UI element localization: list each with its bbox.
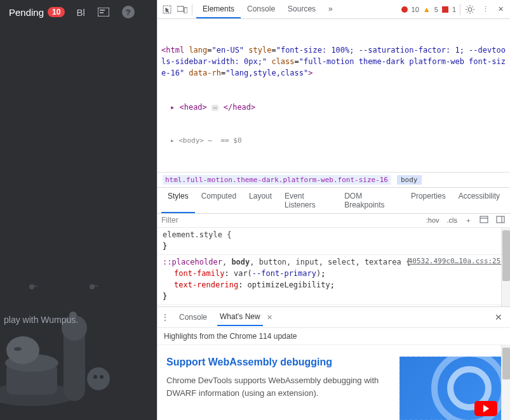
hov-toggle[interactable]: :hov	[425, 216, 441, 224]
styles-rules[interactable]: element.style { } 40532.499c0…10a.css:25…	[158, 228, 510, 307]
svg-point-19	[468, 8, 472, 11]
new-dm-icon[interactable]	[97, 5, 111, 19]
tab-layout[interactable]: Layout	[243, 188, 278, 213]
warning-icon: ▲	[423, 5, 431, 14]
tab-dom-breakpoints[interactable]: DOM Breakpoints	[338, 188, 405, 213]
tabs-overflow[interactable]: »	[322, 1, 339, 18]
tab-styles[interactable]: Styles	[161, 188, 195, 213]
rule-selector: element.style {	[163, 229, 505, 240]
main-tabs: Elements Console Sources »	[196, 1, 339, 18]
close-devtools-icon[interactable]: ✕	[495, 4, 506, 15]
styles-filter-input[interactable]: Filter	[161, 216, 420, 225]
kebab-icon[interactable]: ⋮	[480, 4, 491, 15]
warning-count[interactable]: 5	[434, 6, 438, 13]
rule-close: }	[163, 291, 505, 302]
tab-sources[interactable]: Sources	[281, 1, 322, 18]
dom-tree[interactable]: <html lang="en-US" style="font-size: 100…	[158, 19, 510, 173]
drawer-kebab-icon[interactable]: ⋮	[161, 313, 169, 322]
svg-line-27	[473, 6, 474, 8]
discord-header: Pending 10 Bl ?	[0, 0, 157, 24]
svg-line-26	[467, 11, 468, 13]
scroll-thumb[interactable]	[502, 230, 510, 281]
body-node-hint[interactable]: ▸ <body> ⋯ == $0	[161, 136, 506, 147]
svg-point-6	[6, 336, 39, 364]
gear-icon[interactable]	[464, 4, 476, 15]
rule-placeholder[interactable]: 40532.499c0…10a.css:250 ::placeholder, b…	[158, 255, 510, 305]
article-body: Chrome DevTools supports WebAssembly deb…	[166, 374, 391, 399]
close-drawer-icon[interactable]: ✕	[491, 311, 506, 324]
styles-scrollbar[interactable]	[501, 228, 510, 307]
svg-rect-28	[480, 216, 488, 223]
tab-pending[interactable]: Pending 10	[9, 7, 65, 18]
help-icon[interactable]: ?	[122, 6, 135, 18]
wumpus-caption: play with Wumpus.	[4, 315, 78, 325]
rule-close: }	[163, 240, 505, 252]
html-open-tag[interactable]: <html lang="en-US" style="font-size: 100…	[161, 44, 506, 79]
prop-text-rendering[interactable]: text-rendering: optimizeLegibility;	[163, 279, 505, 291]
close-tab-icon[interactable]: ✕	[267, 313, 272, 322]
sidebar-toggle-icon[interactable]	[495, 216, 506, 225]
breadcrumb: html.full-motion.theme-dark.platform-web…	[158, 173, 510, 188]
svg-point-10	[100, 375, 104, 379]
tab-blocked[interactable]: Bl	[76, 7, 84, 18]
styles-tabs: Styles Computed Layout Event Listeners D…	[158, 188, 510, 214]
inspect-icon[interactable]	[161, 4, 173, 15]
tab-elements[interactable]: Elements	[196, 1, 241, 18]
svg-line-24	[467, 6, 468, 8]
svg-line-25	[473, 11, 474, 13]
svg-rect-30	[497, 216, 504, 223]
whats-new-article: Support WebAssembly debugging Chrome Dev…	[158, 345, 510, 420]
drawer-tab-whats-new[interactable]: What's New	[217, 308, 263, 326]
discord-pane: Pending 10 Bl ? play with Wumpus.	[0, 0, 157, 420]
svg-point-9	[93, 375, 97, 379]
pending-badge: 10	[48, 7, 65, 17]
source-link[interactable]: 40532.499c0…10a.css:250	[408, 256, 505, 267]
highlights-banner: Highlights from the Chrome 114 update	[158, 328, 510, 345]
prop-font-family[interactable]: font-family: var(--font-primary);	[163, 268, 505, 279]
svg-point-7	[14, 347, 22, 351]
drawer-tabs: ⋮ Console What's New ✕ ✕	[158, 307, 510, 328]
wumpus-illustration	[0, 24, 157, 420]
drawer-tab-console[interactable]: Console	[177, 309, 210, 325]
drawer: ⋮ Console What's New ✕ ✕ Highlights from…	[158, 306, 510, 420]
tab-accessibility[interactable]: Accessibility	[452, 188, 506, 213]
devtools-pane: Elements Console Sources » 10 ▲ 5 1 ⋮ ✕ …	[157, 0, 510, 420]
youtube-play-icon[interactable]	[474, 401, 497, 416]
rule-webkit-placeholder[interactable]: 40532.499c0…10a.css:250 ::-webkit-input-…	[158, 305, 510, 307]
computed-toggle-icon[interactable]	[478, 216, 490, 225]
head-node[interactable]: ▸ <head> ⋯ </head>	[161, 102, 506, 113]
svg-point-14	[90, 284, 95, 289]
devtools-toolbar: Elements Console Sources » 10 ▲ 5 1 ⋮ ✕	[158, 0, 510, 19]
pending-label: Pending	[9, 7, 44, 18]
article-title[interactable]: Support WebAssembly debugging	[166, 357, 391, 368]
new-rule-icon[interactable]: ＋	[464, 216, 473, 225]
scroll-thumb[interactable]	[502, 348, 510, 379]
cls-toggle[interactable]: .cls	[446, 216, 459, 224]
crumb-body[interactable]: body	[397, 175, 422, 185]
tab-properties[interactable]: Properties	[405, 188, 452, 213]
svg-rect-17	[177, 6, 184, 11]
tab-computed[interactable]: Computed	[195, 188, 243, 213]
tab-console[interactable]: Console	[241, 1, 281, 18]
svg-point-15	[29, 284, 34, 289]
device-toggle-icon[interactable]	[177, 4, 188, 15]
svg-rect-0	[98, 8, 109, 16]
tab-event-listeners[interactable]: Event Listeners	[278, 188, 338, 213]
styles-filter-row: Filter :hov .cls ＋	[158, 214, 510, 228]
rule-element-style[interactable]: element.style { }	[158, 228, 510, 255]
error-dot-icon	[401, 6, 408, 13]
status-area: 10 ▲ 5 1 ⋮ ✕	[401, 4, 506, 15]
source-link[interactable]: 40532.499c0…10a.css:250	[408, 306, 505, 307]
article-thumbnail[interactable]	[399, 357, 501, 420]
drawer-scrollbar[interactable]	[501, 345, 510, 420]
svg-rect-18	[184, 8, 187, 13]
svg-point-8	[87, 367, 110, 390]
crumb-html[interactable]: html.full-motion.theme-dark.platform-web…	[163, 175, 391, 185]
issue-icon	[442, 6, 448, 13]
error-count[interactable]: 10	[412, 6, 419, 13]
issue-count[interactable]: 1	[452, 6, 456, 13]
